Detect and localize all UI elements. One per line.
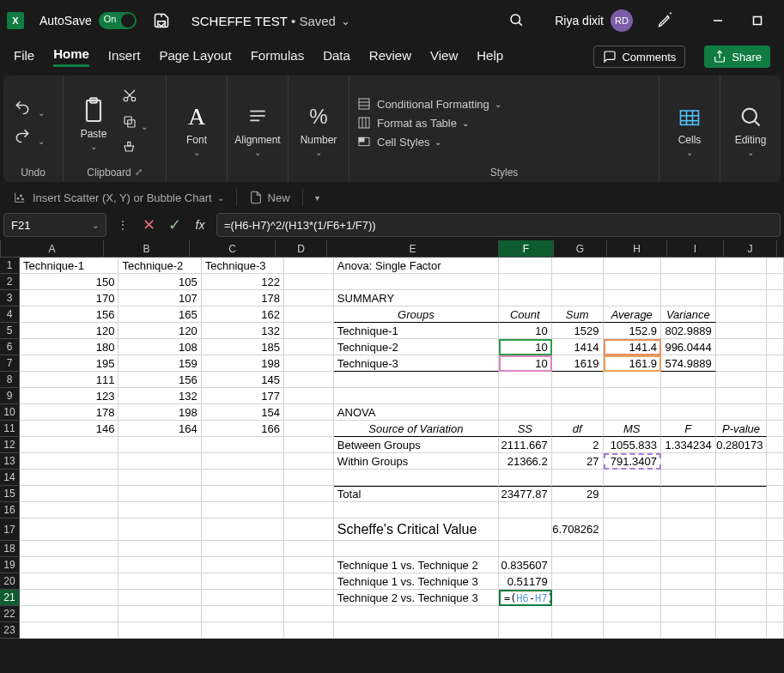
cell-A15[interactable] — [20, 486, 119, 502]
cell-F11[interactable]: SS — [499, 421, 552, 437]
cell-C8[interactable]: 145 — [202, 372, 284, 388]
cell-H17[interactable] — [604, 518, 661, 541]
cell-F14[interactable] — [499, 470, 552, 486]
cell-E9[interactable] — [334, 388, 499, 404]
cell-D19[interactable] — [284, 557, 334, 573]
cell-A11[interactable]: 146 — [20, 421, 119, 437]
cell-I19[interactable] — [661, 557, 716, 573]
cell-A2[interactable]: 150 — [20, 274, 119, 290]
cell-C19[interactable] — [202, 557, 284, 573]
cell-G16[interactable] — [552, 502, 604, 518]
cell-14[interactable] — [767, 470, 784, 486]
cell-J20[interactable] — [716, 573, 768, 590]
row-header-15[interactable]: 15 — [0, 486, 20, 502]
cell-C16[interactable] — [202, 502, 284, 518]
cell-E16[interactable] — [334, 502, 499, 518]
row-header-4[interactable]: 4 — [0, 306, 20, 323]
cell-G14[interactable] — [552, 470, 604, 486]
row-header-6[interactable]: 6 — [0, 339, 20, 355]
cell-I21[interactable] — [661, 590, 716, 606]
cell-E10[interactable]: ANOVA — [334, 404, 499, 421]
cell-13[interactable] — [767, 453, 784, 470]
cell-12[interactable] — [767, 437, 784, 453]
cell-I1[interactable] — [661, 258, 716, 274]
cell-J1[interactable] — [716, 258, 768, 274]
cell-E20[interactable]: Technique 1 vs. Technique 3 — [334, 573, 499, 590]
cell-J19[interactable] — [716, 557, 768, 573]
cell-B22[interactable] — [119, 606, 201, 622]
save-icon[interactable] — [152, 11, 171, 30]
cell-J5[interactable] — [716, 323, 768, 339]
cell-D11[interactable] — [284, 421, 334, 437]
cell-2[interactable] — [767, 274, 784, 290]
cell-B10[interactable]: 198 — [119, 404, 201, 421]
cell-C4[interactable]: 162 — [202, 306, 284, 323]
cell-F15[interactable]: 23477.87 — [499, 486, 552, 502]
cell-E7[interactable]: Technique-3 — [334, 355, 499, 372]
comments-button[interactable]: Comments — [593, 45, 685, 68]
cell-D14[interactable] — [284, 470, 334, 486]
cell-A17[interactable] — [20, 518, 119, 541]
cell-C2[interactable]: 122 — [202, 274, 284, 290]
cell-F9[interactable] — [499, 388, 552, 404]
cell-F22[interactable] — [499, 606, 552, 622]
cell-I6[interactable]: 996.0444 — [661, 339, 716, 355]
formula-bar[interactable]: =(H6-H7)^2/(H13*(1/F6+1/F7)) — [216, 213, 781, 237]
cell-G11[interactable]: df — [552, 421, 604, 437]
cell-D22[interactable] — [284, 606, 334, 622]
cell-J3[interactable] — [716, 290, 768, 306]
cell-J4[interactable] — [716, 306, 768, 323]
column-header-C[interactable]: C — [190, 240, 276, 258]
cell-J2[interactable] — [716, 274, 768, 290]
column-header-G[interactable]: G — [554, 240, 607, 258]
cell-H2[interactable] — [604, 274, 661, 290]
cell-I7[interactable]: 574.9889 — [661, 355, 716, 372]
row-header-23[interactable]: 23 — [0, 622, 20, 639]
spreadsheet-grid[interactable]: ABCDEFGHIJ 1Technique-1Technique-2Techni… — [0, 240, 784, 639]
cell-E1[interactable]: Anova: Single Factor — [334, 258, 499, 274]
cell-C18[interactable] — [202, 541, 284, 557]
name-box[interactable]: F21 ⌄ — [3, 213, 106, 237]
cell-H6[interactable]: 141.4 — [604, 339, 661, 355]
column-header-H[interactable]: H — [607, 240, 667, 258]
cell-F5[interactable]: 10 — [499, 323, 552, 339]
cell-B2[interactable]: 105 — [119, 274, 201, 290]
cell-J13[interactable] — [716, 453, 768, 470]
cell-G5[interactable]: 1529 — [552, 323, 604, 339]
cell-20[interactable] — [767, 573, 784, 590]
cell-C9[interactable]: 177 — [202, 388, 284, 404]
autosave-toggle[interactable]: On — [99, 12, 137, 29]
cell-B16[interactable] — [119, 502, 201, 518]
qat-options-button[interactable]: ▾ — [315, 193, 319, 203]
cell-C5[interactable]: 132 — [202, 323, 284, 339]
cut-button[interactable] — [122, 88, 148, 106]
cell-E2[interactable] — [334, 274, 499, 290]
cell-H8[interactable] — [604, 372, 661, 388]
cell-C7[interactable]: 198 — [202, 355, 284, 372]
tab-data[interactable]: Data — [323, 48, 350, 66]
cell-D9[interactable] — [284, 388, 334, 404]
cell-F6[interactable]: 10 — [499, 339, 552, 355]
chevron-down-icon[interactable]: ⌄ — [92, 221, 99, 230]
tab-page-layout[interactable]: Page Layout — [159, 48, 231, 66]
cell-H11[interactable]: MS — [604, 421, 661, 437]
cell-A16[interactable] — [20, 502, 119, 518]
cell-J6[interactable] — [716, 339, 768, 355]
cell-I3[interactable] — [661, 290, 716, 306]
cell-G8[interactable] — [552, 372, 604, 388]
cell-H4[interactable]: Average — [604, 306, 661, 323]
cell-H1[interactable] — [604, 258, 661, 274]
cell-J11[interactable]: P-value — [716, 421, 768, 437]
row-header-8[interactable]: 8 — [0, 372, 20, 388]
cell-F1[interactable] — [499, 258, 552, 274]
cell-E18[interactable] — [334, 541, 499, 557]
cell-F2[interactable] — [499, 274, 552, 290]
cell-G6[interactable]: 1414 — [552, 339, 604, 355]
minimize-button[interactable] — [698, 7, 738, 34]
cell-18[interactable] — [767, 541, 784, 557]
cell-11[interactable] — [767, 421, 784, 437]
row-header-14[interactable]: 14 — [0, 470, 20, 486]
cell-C21[interactable] — [202, 590, 284, 606]
cell-F18[interactable] — [499, 541, 552, 557]
cell-I9[interactable] — [661, 388, 716, 404]
